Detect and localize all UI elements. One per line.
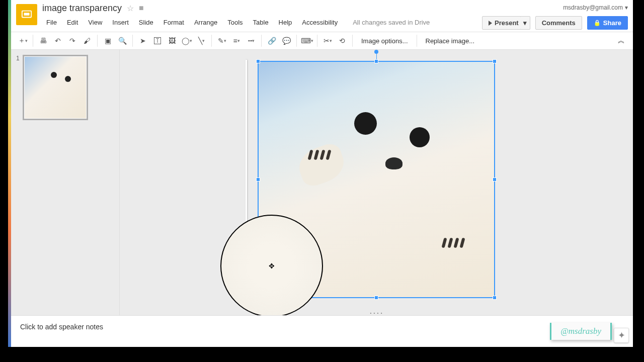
move-cursor-icon: ✥ bbox=[269, 262, 275, 270]
shape-icon[interactable]: ◯ bbox=[180, 34, 193, 47]
speaker-notes[interactable]: Click to add speaker notes bbox=[11, 315, 633, 340]
border-dash-icon[interactable]: ┅ bbox=[245, 34, 258, 47]
resize-handle-tm[interactable] bbox=[374, 59, 378, 63]
explore-button[interactable]: ✦ bbox=[614, 328, 629, 343]
toolbar: ＋ 🖶 ↶ ↷ 🖌 ▣ 🔍 ➤ 🅃 🖼 ◯ ╲ ✎ ≡ ┅ 🔗 💬 ⌨ ✂ ⟲ … bbox=[11, 32, 633, 50]
present-button[interactable]: Present bbox=[482, 16, 525, 30]
header: image transparency ☆ ■ File Edit View In… bbox=[11, 0, 633, 30]
line-icon[interactable]: ╲ bbox=[195, 34, 208, 47]
watermark: @msdrasby bbox=[550, 323, 612, 340]
star-icon[interactable]: ☆ bbox=[127, 4, 134, 13]
splitter-grip[interactable]: • • • • bbox=[370, 311, 383, 315]
zoom-fit-icon[interactable]: ▣ bbox=[101, 34, 114, 47]
resize-handle-bm[interactable] bbox=[374, 296, 378, 300]
present-dropdown[interactable]: ▾ bbox=[520, 16, 530, 30]
save-status: All changes saved in Drive bbox=[349, 17, 434, 28]
rotate-handle[interactable] bbox=[374, 50, 378, 54]
resize-handle-mr[interactable] bbox=[493, 177, 497, 182]
thumb-number: 1 bbox=[16, 55, 20, 120]
svg-rect-1 bbox=[24, 13, 30, 15]
slides-logo[interactable] bbox=[16, 4, 37, 25]
paint-format-icon[interactable]: 🖌 bbox=[80, 34, 94, 47]
menu-edit[interactable]: Edit bbox=[63, 17, 82, 28]
resize-handle-tr[interactable] bbox=[493, 59, 497, 63]
border-color-icon[interactable]: ✎ bbox=[215, 34, 228, 47]
slide-thumb-1[interactable]: 1 bbox=[16, 55, 114, 120]
comment-icon[interactable]: 💬 bbox=[280, 34, 293, 47]
textbox-icon[interactable]: 🅃 bbox=[151, 34, 164, 47]
menu-help[interactable]: Help bbox=[275, 17, 296, 28]
menu-file[interactable]: File bbox=[42, 17, 61, 28]
menu-arrange[interactable]: Arrange bbox=[190, 17, 221, 28]
image-icon[interactable]: 🖼 bbox=[166, 34, 179, 47]
thumbnail-panel: 1 bbox=[11, 50, 120, 315]
magnifier-overlay: ✥ bbox=[220, 215, 323, 315]
new-slide-button[interactable]: ＋ bbox=[16, 34, 29, 47]
crop-icon[interactable]: ✂ bbox=[321, 34, 334, 47]
zoom-icon[interactable]: 🔍 bbox=[116, 34, 129, 47]
menu-tools[interactable]: Tools bbox=[223, 17, 247, 28]
resize-handle-tl[interactable] bbox=[256, 59, 260, 63]
collapse-toolbar-icon[interactable]: ︽ bbox=[615, 34, 628, 47]
resize-handle-ml[interactable] bbox=[256, 177, 260, 182]
select-tool-icon[interactable]: ➤ bbox=[136, 34, 149, 47]
canvas[interactable]: ✥ • • • • bbox=[120, 50, 633, 315]
menu-view[interactable]: View bbox=[84, 17, 106, 28]
border-weight-icon[interactable]: ≡ bbox=[230, 34, 243, 47]
account-email[interactable]: msdrasby@gmail.com ▾ bbox=[563, 4, 628, 11]
redo-icon[interactable]: ↷ bbox=[66, 34, 79, 47]
folder-icon[interactable]: ■ bbox=[139, 4, 144, 13]
menu-accessibility[interactable]: Accessibility bbox=[298, 17, 342, 28]
menu-slide[interactable]: Slide bbox=[135, 17, 157, 28]
input-tools-icon[interactable]: ⌨ bbox=[300, 34, 313, 47]
link-icon[interactable]: 🔗 bbox=[265, 34, 278, 47]
document-title[interactable]: image transparency bbox=[42, 3, 122, 14]
workspace: 1 bbox=[11, 50, 633, 315]
menu-table[interactable]: Table bbox=[249, 17, 273, 28]
reset-image-icon[interactable]: ⟲ bbox=[336, 34, 349, 47]
resize-handle-br[interactable] bbox=[493, 296, 497, 300]
menu-bar: File Edit View Insert Slide Format Arran… bbox=[42, 17, 482, 28]
menu-format[interactable]: Format bbox=[159, 17, 188, 28]
share-button[interactable]: Share bbox=[587, 16, 628, 30]
print-icon[interactable]: 🖶 bbox=[37, 34, 50, 47]
menu-insert[interactable]: Insert bbox=[108, 17, 133, 28]
comments-button[interactable]: Comments bbox=[535, 16, 582, 30]
replace-image-button[interactable]: Replace image... bbox=[421, 37, 480, 45]
undo-icon[interactable]: ↶ bbox=[51, 34, 64, 47]
account-dropdown-icon: ▾ bbox=[625, 4, 628, 11]
app-window: image transparency ☆ ■ File Edit View In… bbox=[11, 0, 633, 347]
image-options-button[interactable]: Image options... bbox=[356, 37, 413, 45]
